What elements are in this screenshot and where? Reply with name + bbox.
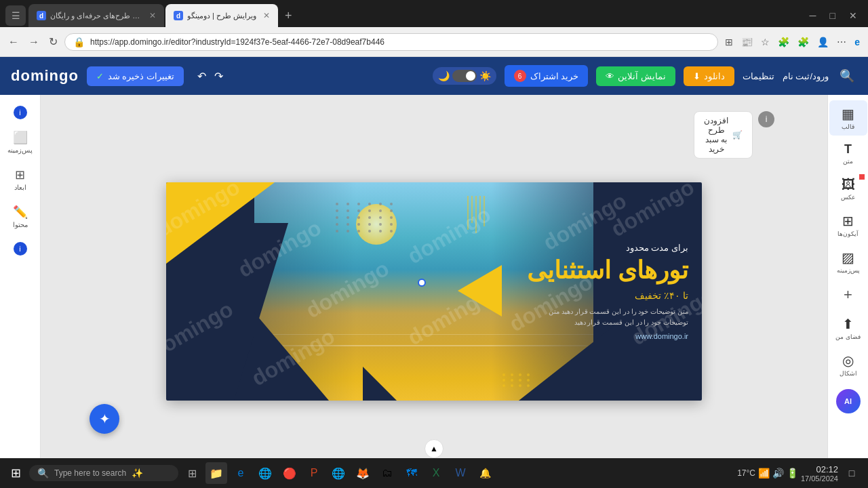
ai-btn[interactable]: AI: [836, 389, 861, 413]
sidebar-tool-template[interactable]: ▦ قالب: [829, 100, 867, 136]
tab-label-2: ویرایش طرح | دومینگو: [187, 12, 256, 20]
sidebar-tool-shapes[interactable]: ◎ اشکال: [829, 347, 867, 382]
taskbar-firefox[interactable]: 🦊: [352, 462, 374, 484]
minimize-btn[interactable]: ─: [804, 7, 822, 24]
theme-toggle[interactable]: 🌙 ☀️: [433, 67, 496, 85]
canvas-info-btn[interactable]: i: [758, 111, 774, 127]
extensions-btn[interactable]: 🧩: [795, 34, 812, 50]
left-tool-dimensions[interactable]: ⊞ ابعاد: [3, 162, 38, 197]
info-circle-1[interactable]: i: [14, 106, 27, 119]
browser-menu-btn[interactable]: ☰: [5, 5, 26, 26]
volume-icon[interactable]: 🔊: [772, 468, 784, 479]
editor-area: i ⬜ پس‌زمینه ⊞ ابعاد ✏️ محتوا i: [0, 95, 868, 488]
tab-close-1[interactable]: ✕: [149, 11, 156, 20]
taskbar-app3[interactable]: 🗂: [376, 462, 398, 484]
taskbar-app4[interactable]: 🗺: [401, 462, 422, 484]
preview-btn[interactable]: 👁 نمایش آنلاین: [596, 66, 675, 86]
taskbar-excel[interactable]: X: [425, 462, 447, 484]
sidebar-add-btn[interactable]: +: [838, 281, 858, 309]
ai-icon: AI: [844, 397, 852, 405]
save-btn[interactable]: ✓ تغییرات ذخیره شد: [87, 66, 184, 86]
taskbar-notifications[interactable]: 🔔: [474, 462, 496, 484]
left-tool-background[interactable]: ⬜ پس‌زمینه: [3, 125, 38, 159]
myspace-label: فضای من: [835, 333, 861, 340]
download-btn[interactable]: ⬇ دانلود: [684, 66, 734, 86]
scroll-up-btn[interactable]: ▲: [425, 439, 443, 458]
tab-templates[interactable]: d قالب‌ها و طرح‌های حرفه‌ای و رایگان ✕: [28, 4, 164, 27]
dark-tri-bottom: [254, 312, 329, 401]
split-view-btn[interactable]: ⊞: [722, 34, 736, 50]
text-icon: T: [844, 142, 852, 157]
taskbar-powerpoint[interactable]: P: [303, 462, 325, 484]
taskbar-app2[interactable]: 🌐: [328, 462, 349, 484]
maximize-btn[interactable]: □: [825, 7, 841, 24]
profile-btn[interactable]: 👤: [814, 34, 831, 50]
app-header: domingo ✓ تغییرات ذخیره شد ↶ ↷ 🌙 ☀️ 6 خر…: [0, 57, 868, 95]
taskbar-app1[interactable]: 🔴: [279, 462, 300, 484]
wifi-icon[interactable]: 📶: [758, 468, 770, 479]
preview-icon: 👁: [606, 71, 614, 81]
taskbar-word[interactable]: W: [450, 462, 471, 484]
new-tab-btn[interactable]: +: [282, 4, 295, 27]
right-sidebar: ▦ قالب T متن 🖼 عکس ⊞ آیکون‌ها ▨: [827, 95, 868, 488]
settings-label: تنظیمات: [743, 71, 774, 81]
left-tool-content[interactable]: ✏️ محتوا: [3, 199, 38, 234]
excel-icon: X: [433, 467, 440, 479]
download-icon: ⬇: [693, 71, 701, 81]
toggle-pill[interactable]: [452, 70, 477, 82]
taskview-icon: ⊞: [188, 467, 197, 480]
taskview-btn[interactable]: ⊞: [181, 462, 203, 484]
start-btn[interactable]: ⊞: [5, 463, 26, 483]
design-canvas[interactable]: domingo domingo domingo domingo domingo …: [166, 182, 702, 401]
search-header-btn[interactable]: 🔍: [837, 66, 857, 86]
reader-mode-btn[interactable]: 📰: [738, 34, 755, 50]
taskbar-edge[interactable]: e: [230, 462, 252, 484]
battery-icon[interactable]: 🔋: [787, 468, 798, 479]
taskbar-search-text: Type here to search: [54, 468, 126, 478]
dots-pattern: [336, 203, 397, 232]
favorites-btn[interactable]: ☆: [758, 34, 772, 50]
address-bar[interactable]: 🔒 https://app.domingo.ir/editor?industry…: [64, 33, 718, 51]
taskbar-chrome[interactable]: 🌐: [254, 462, 276, 484]
sidebar-tool-icons[interactable]: ⊞ آیکون‌ها: [829, 207, 867, 243]
selection-handle[interactable]: [418, 279, 426, 287]
close-btn[interactable]: ✕: [844, 7, 863, 24]
sidebar-tool-image[interactable]: 🖼 عکس: [829, 171, 867, 206]
icons-icon: ⊞: [842, 213, 854, 229]
powerpoint-icon: P: [311, 467, 318, 479]
fab-btn[interactable]: ✦: [90, 404, 119, 434]
ai-tools: AI: [836, 389, 861, 413]
sun-icon: ☀️: [479, 70, 491, 81]
tab-close-2[interactable]: ✕: [263, 11, 270, 20]
settings-btn[interactable]: تنظیمات: [743, 71, 774, 81]
subscribe-btn[interactable]: 6 خرید اشتراک: [505, 65, 589, 87]
taskbar-file-explorer[interactable]: 📁: [205, 462, 227, 484]
back-btn[interactable]: ←: [5, 33, 22, 51]
discount-text: تا ۴۰٪ تخفیف: [527, 290, 688, 301]
shapes-label: اشکال: [840, 370, 857, 377]
redo-btn[interactable]: ↷: [212, 67, 226, 85]
show-desktop-btn[interactable]: □: [841, 462, 863, 484]
more-btn[interactable]: ⋯: [834, 34, 849, 50]
info-circle-2[interactable]: i: [14, 242, 27, 256]
address-text: https://app.domingo.ir/editor?industryId…: [90, 37, 709, 47]
sidebar-tool-background[interactable]: ▨ پس‌زمینه: [829, 244, 867, 279]
cart-icon: 🛒: [732, 130, 743, 140]
app1-icon: 🔴: [283, 467, 296, 480]
taskbar-clock[interactable]: 02:12 17/05/2024: [801, 464, 838, 483]
add-to-cart-btn[interactable]: 🛒 افزودن طرح به سبد خرید: [694, 111, 753, 159]
login-btn[interactable]: ورود/ثبت نام: [783, 71, 829, 81]
sidebar-tool-text[interactable]: T متن: [829, 137, 867, 170]
edge-btn[interactable]: e: [852, 34, 863, 50]
taskbar-search[interactable]: 🔍 Type here to search ✨: [29, 465, 178, 481]
refresh-btn[interactable]: ↻: [46, 33, 60, 51]
undo-redo: ↶ ↷: [195, 67, 226, 85]
undo-btn[interactable]: ↶: [195, 67, 209, 85]
sidebar-tool-myspace[interactable]: ⬆ فضای من: [829, 310, 867, 346]
preview-label: نمایش آنلاین: [618, 71, 666, 81]
tour-title: تورهای استثنایی: [527, 256, 688, 285]
chevron-up-icon: ▲: [430, 444, 438, 453]
collections-btn[interactable]: 🧩: [775, 34, 792, 50]
tab-editor[interactable]: d ویرایش طرح | دومینگو ✕: [165, 4, 278, 27]
forward-btn[interactable]: →: [26, 33, 42, 51]
